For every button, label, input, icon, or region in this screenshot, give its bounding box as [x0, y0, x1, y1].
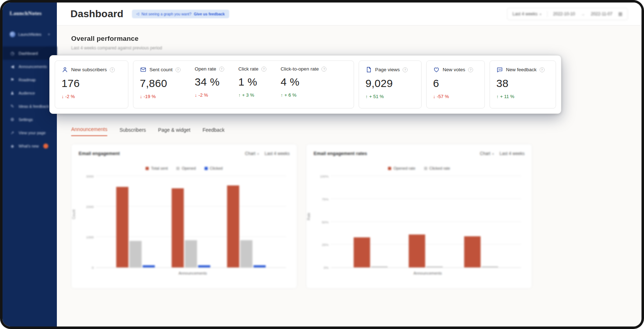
- legend-swatch: [176, 167, 180, 170]
- bar-opened-rate[interactable]: [409, 234, 425, 267]
- sidebar-item-ideas-feedback[interactable]: ✎ Ideas & feedback: [3, 100, 57, 113]
- sidebar-item-settings[interactable]: ⚙ Settings: [3, 113, 57, 126]
- bar-opened-rate[interactable]: [354, 237, 370, 267]
- sidebar-item-audience[interactable]: ♟ Audience: [3, 86, 57, 100]
- chart-range-label: Last 4 weeks: [500, 151, 525, 156]
- sidebar-item-view-your-page[interactable]: ↗ View your page: [3, 126, 57, 139]
- help-icon[interactable]: ?: [468, 67, 473, 72]
- help-icon[interactable]: ?: [219, 67, 224, 72]
- brand-logo: LaunchNotes: [3, 10, 57, 16]
- start-date-field[interactable]: 2022-10-10: [553, 11, 575, 16]
- bar-total-sent[interactable]: [227, 185, 239, 268]
- y-tick-label: 75%: [316, 197, 329, 201]
- whats-new-badge: [43, 144, 48, 149]
- stat-card-email-metrics: Sent count ? 7,860 ↓ -19 % Open rate ? 3…: [133, 61, 354, 108]
- tab-subscribers[interactable]: Subscribers: [119, 127, 146, 136]
- legend-swatch: [424, 167, 427, 170]
- legend-swatch: [205, 167, 208, 170]
- sidebar-item-dashboard[interactable]: ◷ Dashboard: [3, 47, 57, 60]
- tab-page-widget[interactable]: Page & widget: [158, 127, 190, 136]
- y-tick-label: 3000: [81, 174, 94, 178]
- calendar-icon[interactable]: ▦: [618, 11, 623, 16]
- bar-total-sent[interactable]: [172, 188, 184, 267]
- help-icon[interactable]: ?: [110, 67, 115, 72]
- chart-card-email-engagement: Email engagement Chart▾ Last 4 weeks Tot…: [71, 144, 297, 289]
- help-icon[interactable]: ?: [321, 67, 326, 72]
- bar-clicked[interactable]: [143, 265, 155, 267]
- bar-opened-rate[interactable]: [464, 236, 481, 267]
- end-date-field[interactable]: 2022-11-07: [591, 11, 613, 16]
- overall-performance-stats: New subscribers ? 176 ↓ -2 % Sent count …: [49, 55, 561, 114]
- metric-value: 4 %: [281, 76, 327, 88]
- chart-type-select[interactable]: Chart▾: [245, 151, 259, 156]
- bar-opened[interactable]: [129, 241, 142, 267]
- x-axis-label: Announcements: [314, 271, 525, 275]
- chart-plot: 0100020003000: [96, 176, 286, 268]
- legend-item[interactable]: Opened: [176, 166, 196, 170]
- chart-title: Email engagement rates: [314, 151, 367, 156]
- megaphone-icon: ◁: [136, 12, 139, 16]
- screenshot-frame: LaunchNotes LaunchNotes ▾ ◷ Dashboard ◀ …: [0, 0, 644, 329]
- sidebar-item-announcements[interactable]: ◀ Announcements: [3, 60, 57, 73]
- y-tick-label: 25%: [316, 243, 329, 247]
- legend-label: Clicked rate: [429, 166, 450, 170]
- chart-card-email-engagement-rates: Email engagement rates Chart▾ Last 4 wee…: [306, 144, 532, 289]
- arrow-down-icon: ↓: [433, 94, 436, 99]
- help-icon[interactable]: ?: [176, 67, 181, 72]
- range-preset-select[interactable]: Last 4 weeks▾: [512, 11, 541, 16]
- arrow-down-icon: ↓: [62, 94, 64, 99]
- metric-label: New subscribers: [71, 67, 107, 72]
- legend-item[interactable]: Clicked: [205, 166, 223, 170]
- chevron-down-icon: ▾: [540, 13, 541, 16]
- chart-title: Email engagement: [79, 151, 120, 156]
- tab-announcements[interactable]: Announcements: [71, 126, 107, 136]
- metric-label: Click-to-open rate: [281, 66, 319, 72]
- arrow-up-icon: ↑: [496, 94, 499, 99]
- page-title: Dashboard: [70, 8, 123, 20]
- metric-value: 34 %: [195, 76, 224, 88]
- x-axis-label: Announcements: [79, 271, 290, 275]
- metric-label: Sent count: [149, 67, 173, 72]
- help-icon[interactable]: ?: [261, 67, 266, 72]
- metric-delta: ↑ + 6 %: [281, 92, 327, 98]
- sidebar-item-roadmap[interactable]: ⚑ Roadmap: [3, 73, 57, 86]
- chart-type-select[interactable]: Chart▾: [480, 151, 494, 156]
- person-icon: ♟: [10, 91, 15, 96]
- legend-item[interactable]: Total sent: [146, 166, 168, 170]
- feedback-banner[interactable]: ◁ Not seeing a graph you want? Give us f…: [132, 10, 229, 18]
- tab-feedback[interactable]: Feedback: [202, 127, 224, 136]
- help-icon[interactable]: ?: [540, 67, 545, 72]
- bar-clicked[interactable]: [198, 265, 210, 267]
- metric-delta: ↓ -2 %: [195, 92, 224, 98]
- bar-clicked-rate[interactable]: [426, 266, 443, 267]
- sidebar-item-whats-new[interactable]: ◈ What's new: [3, 139, 57, 153]
- workspace-selector[interactable]: LaunchNotes ▾: [5, 29, 55, 40]
- metric-delta: ↓ -57 %: [433, 94, 478, 99]
- legend-item[interactable]: Clicked rate: [424, 166, 450, 170]
- stat-card-new-votes: New votes ? 6 ↓ -57 %: [426, 61, 485, 108]
- feedback-banner-link[interactable]: Give us feedback: [194, 12, 225, 16]
- bar-group: [464, 176, 498, 267]
- report-tabs: Announcements Subscribers Page & widget …: [71, 126, 627, 136]
- chevron-down-icon: ▾: [492, 152, 494, 156]
- sidebar-item-label: View your page: [19, 131, 46, 135]
- bar-clicked-rate[interactable]: [371, 266, 388, 267]
- help-icon[interactable]: ?: [403, 67, 408, 72]
- metric-value: 38: [496, 77, 549, 89]
- bar-opened[interactable]: [185, 240, 197, 268]
- workspace-avatar: [10, 32, 15, 37]
- bar-clicked[interactable]: [254, 265, 266, 267]
- metric-value: 9,029: [365, 77, 415, 89]
- metric-value: 7,860: [140, 77, 181, 89]
- arrow-down-icon: ↓: [195, 92, 197, 98]
- top-bar: Dashboard ◁ Not seeing a graph you want?…: [57, 3, 641, 25]
- metric-delta: ↓ -19 %: [140, 94, 181, 99]
- legend-item[interactable]: Opened rate: [388, 166, 415, 170]
- y-tick-label: 2000: [81, 205, 94, 209]
- heart-icon: [433, 66, 440, 73]
- y-axis-label: Rate: [307, 213, 311, 220]
- bar-clicked-rate[interactable]: [482, 266, 498, 267]
- bar-group: [172, 176, 210, 267]
- bar-total-sent[interactable]: [116, 187, 128, 267]
- bar-opened[interactable]: [240, 240, 252, 267]
